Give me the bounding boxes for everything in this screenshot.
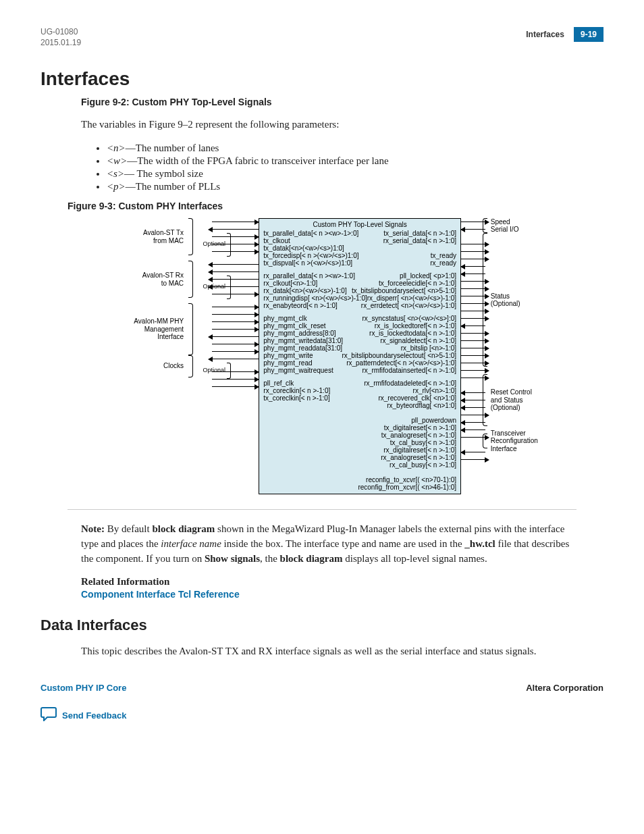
signal-left: tx_datak[<n>(<w>/<s>)1:0] <box>263 244 344 253</box>
parameter-item: <p>—The number of PLLs <box>107 181 603 192</box>
doc-meta: UG-01080 2015.01.19 <box>41 27 81 48</box>
signal-right: rx_bitslip [<n>-1:0] <box>401 344 456 353</box>
related-link[interactable]: Component Interface Tcl Reference <box>81 589 240 600</box>
signal-left: phy_mgmt_address[8:0] <box>263 330 336 338</box>
interface-group-label: Clocks <box>163 363 184 371</box>
parameter-item: <n>—The number of lanes <box>107 142 603 154</box>
signal-left: phy_mgmt_write <box>263 352 313 360</box>
note-label: Note: <box>81 523 105 534</box>
signal-right: tx_analogreset[< n >-1:0] <box>381 432 456 440</box>
signal-box: Custom PHY Top-Level Signalstx_parallel_… <box>259 218 461 495</box>
parameter-item: <s>— The symbol size <box>107 168 603 180</box>
signal-left: tx_forcedisp[< n >(<w>/<s>)1:0] <box>263 252 358 260</box>
signal-right: rx_recovered_clk[ <n>1:0] <box>378 394 456 402</box>
signal-right: tx_bitslipboundaryselect[ <n>5-1:0] <box>352 287 456 295</box>
signal-left: rx_runningdisp[ <n>(<w>/<s>)-1:0] <box>263 294 367 303</box>
parameter-item: <w>—The width of the FPGA fabric to tran… <box>107 155 603 167</box>
signal-right: rx_errdetect[ <n>(<w>/<s>)-1:0] <box>361 302 456 310</box>
signal-right: pll_locked[ <p>1:0] <box>400 272 456 280</box>
signal-right: tx_ready <box>431 252 456 260</box>
figure-9-3-caption: Figure 9-3: Custom PHY Interfaces <box>68 201 603 211</box>
feedback-icon <box>41 706 57 724</box>
signal-right: rx_byteordflag[ <n>1:0] <box>387 402 456 410</box>
interface-group-label: Reset Controland Status(Optional) <box>491 388 532 412</box>
feedback-row: Send Feedback <box>41 706 603 724</box>
signal-left: phy_mgmt_clk <box>263 315 306 323</box>
note-text: By default block diagram shown in the Me… <box>81 523 569 564</box>
signal-right: tx_digitalreset[< n >-1:0] <box>384 424 456 432</box>
data-interfaces-heading: Data Interfaces <box>41 617 603 634</box>
signal-right: rx_digitalreset[< n >-1:0] <box>383 446 456 454</box>
signal-right: rx_serial_data[< n >-1:0] <box>383 237 456 245</box>
doc-id: UG-01080 <box>41 27 81 38</box>
signal-left: phy_mgmt_waitrequest <box>263 367 333 375</box>
interface-group-label: Avalon-ST Rxto MAC <box>142 271 184 287</box>
note-block: Note: By default block diagram shown in … <box>81 522 576 566</box>
signal-left: phy_mgmt_clk_reset <box>263 322 325 330</box>
interface-group-label: Status(Optional) <box>491 292 520 307</box>
page-number: 9-19 <box>574 27 603 42</box>
parameter-list: <n>—The number of lanes<w>—The width of … <box>95 142 603 192</box>
box-title: Custom PHY Top-Level Signals <box>263 221 456 229</box>
signal-left: rx_clkout[<n>-1:0] <box>263 280 317 288</box>
section-label: Interfaces <box>526 30 564 39</box>
interface-group-label: Avalon-MM PHYManagementInterface <box>134 317 184 341</box>
doc-date: 2015.01.19 <box>41 38 81 49</box>
signal-right: tx_cal_busy[< n >-1:0] <box>390 439 456 447</box>
custom-phy-diagram: Avalon-ST Txfrom MACOptionalAvalon-ST Rx… <box>101 218 556 495</box>
signal-right: rx_ready <box>430 259 456 267</box>
header-right: Interfaces 9-19 <box>526 27 603 42</box>
page-footer: Custom PHY IP Core Altera Corporation <box>41 683 603 693</box>
signal-left: rx_enabyteord[< n >-1:0] <box>263 302 338 310</box>
page-title: Interfaces <box>41 68 603 90</box>
divider <box>68 509 576 510</box>
signal-right: rx_rlv[<n>-1:0] <box>413 387 456 395</box>
interface-group-label: TransceiverReconfigurationInterface <box>491 429 538 453</box>
signal-left: tx_clkout <box>263 237 290 245</box>
signal-right: rx_analogreset[< n >-1:0] <box>381 454 456 462</box>
figure-9-2-caption: Figure 9-2: Custom PHY Top-Level Signals <box>81 97 603 107</box>
signal-right: rx_rmfifodatainserted[< n >-1:0] <box>363 367 457 375</box>
interface-group-label: Avalon-ST Txfrom MAC <box>143 229 184 244</box>
signal-right: rx_cal_busy[< n >-1:0] <box>390 461 456 469</box>
signal-right: rx_patterndetect[< n >(<w>/<s>)-1:0] <box>346 359 456 367</box>
signal-left: tx_parallel_data[< n ><w>-1>:0] <box>263 230 358 238</box>
signal-right: rx_rmfifodatadeleted[< n >-1:0] <box>364 380 456 388</box>
signal-right: rx_signaldetect[< n >-1:0] <box>380 337 456 345</box>
signal-right: rx_syncstatus[ <n>(<w>/<s>]:0] <box>363 315 457 323</box>
signal-left: phy_mgmt_writedata[31:0] <box>263 337 343 345</box>
signal-left: tx_coreclkin[< n >-1:0] <box>263 394 329 402</box>
signal-left: phy_mgmt_readdata[31:0] <box>263 344 342 353</box>
signal-left: rx_coreclkin[< n >-1:0] <box>263 387 330 395</box>
footer-left-link[interactable]: Custom PHY IP Core <box>41 683 126 693</box>
signal-right: rx_is_lockedtoref[< n >-1:0] <box>375 322 456 330</box>
interface-group-label: SpeedSerial I/O <box>491 217 519 233</box>
signal-right: rx_bitslipboundaryselectout[ <n>5-1:0] <box>342 352 456 360</box>
intro-paragraph: The variables in Figure 9–2 represent th… <box>81 118 603 132</box>
footer-right: Altera Corporation <box>526 683 603 693</box>
signal-left: pll_ref_clk <box>263 380 294 388</box>
signal-right: pll_powerdown <box>411 417 456 425</box>
send-feedback-link[interactable]: Send Feedback <box>62 710 126 721</box>
signal-right: tx_forceelecidle[< n >-1:0] <box>379 280 456 288</box>
page-header: UG-01080 2015.01.19 Interfaces 9-19 <box>41 27 603 48</box>
signal-left: phy_mgmt_read <box>263 359 312 367</box>
signal-right: rx_is_lockedtodata[< n >-1:0] <box>369 330 456 338</box>
signal-right: tx_serial_data[< n >-1:0] <box>383 230 456 238</box>
signal-right: reconfig_to_xcvr[( <n>70-1):0] <box>366 476 456 484</box>
signal-right: reconfig_from_xcvr[( <n>46-1):0] <box>358 484 456 492</box>
data-interfaces-body: This topic describes the Avalon-ST TX an… <box>81 644 603 659</box>
related-info-heading: Related Information <box>81 576 603 588</box>
signal-left: tx_dispval[< n >(<w>/<s>)1:0] <box>263 259 352 267</box>
signal-right: rx_disperr[ <n>(<w>/<s>)-1:0] <box>367 294 456 303</box>
signal-left: rx_parallel_data[< n ><w>-1:0] <box>263 272 355 280</box>
signal-left: rx_datak[<n>(<w>/<s>)-1:0] <box>263 287 346 295</box>
